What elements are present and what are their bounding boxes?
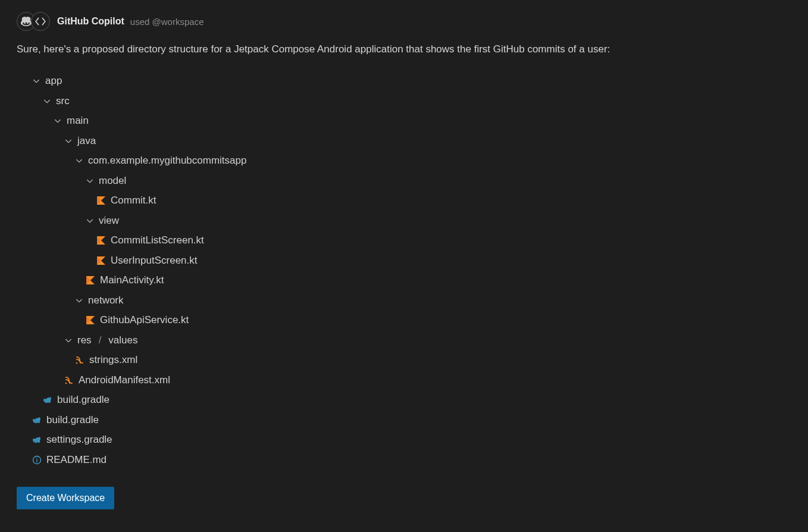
chevron-down-icon — [64, 137, 73, 145]
kotlin-file-icon — [86, 315, 95, 325]
tree-row[interactable]: network — [32, 290, 791, 311]
kotlin-file-icon — [86, 276, 95, 285]
chevron-down-icon — [75, 296, 83, 305]
svg-point-0 — [76, 362, 78, 364]
file-label: README.md — [46, 454, 107, 466]
file-label: MainActivity.kt — [100, 274, 164, 286]
xml-file-icon — [64, 375, 74, 385]
tree-row[interactable]: java — [32, 131, 791, 151]
chevron-down-icon — [54, 117, 62, 125]
chat-header: GitHub Copilot used @workspace — [17, 12, 791, 31]
folder-label: main — [67, 115, 89, 127]
path-separator: / — [99, 334, 102, 346]
tree-row[interactable]: src — [32, 91, 791, 111]
file-label: CommitListScreen.kt — [111, 234, 204, 246]
chevron-down-icon — [86, 177, 94, 185]
tree-row[interactable]: model — [32, 171, 791, 191]
tree-row[interactable]: app — [32, 71, 791, 92]
tree-row[interactable]: README.md — [32, 450, 791, 470]
tree-row[interactable]: res/values — [32, 330, 791, 351]
folder-label: app — [45, 75, 62, 87]
folder-label: network — [88, 295, 124, 306]
tree-row[interactable]: view — [32, 211, 791, 231]
svg-point-4 — [36, 458, 37, 459]
gradle-file-icon — [32, 435, 42, 445]
chevron-down-icon — [43, 97, 51, 105]
file-label: build.gradle — [46, 414, 99, 426]
tree-row[interactable]: UserInputScreen.kt — [32, 251, 791, 271]
tree-row[interactable]: strings.xml — [32, 351, 791, 371]
file-label: Commit.kt — [111, 195, 156, 206]
create-workspace-button[interactable]: Create Workspace — [17, 487, 114, 509]
chevron-down-icon — [86, 217, 94, 225]
tree-row[interactable]: MainActivity.kt — [32, 271, 791, 291]
tree-row[interactable]: com.example.mygithubcommitsapp — [32, 151, 791, 171]
tree-row[interactable]: CommitListScreen.kt — [32, 231, 791, 251]
chevron-down-icon — [32, 77, 40, 85]
xml-file-icon — [75, 355, 84, 365]
file-label: GithubApiService.kt — [100, 314, 189, 326]
folder-label: com.example.mygithubcommitsapp — [88, 155, 246, 167]
gradle-file-icon — [43, 395, 52, 405]
folder-label: res — [77, 334, 92, 346]
kotlin-file-icon — [96, 256, 106, 265]
tree-row[interactable]: build.gradle — [32, 390, 791, 411]
kotlin-file-icon — [96, 236, 106, 245]
svg-point-1 — [65, 382, 67, 384]
file-label: AndroidManifest.xml — [79, 374, 170, 386]
header-icon-group — [17, 12, 50, 31]
file-label: UserInputScreen.kt — [111, 255, 198, 267]
code-icon — [31, 12, 50, 31]
folder-label: values — [108, 334, 137, 346]
chevron-down-icon — [64, 336, 73, 345]
intro-text: Sure, here's a proposed directory struct… — [17, 42, 791, 57]
kotlin-file-icon — [96, 196, 106, 205]
tree-row[interactable]: main — [32, 111, 791, 132]
folder-label: src — [56, 95, 70, 107]
tree-row[interactable]: GithubApiService.kt — [32, 311, 791, 331]
file-label: build.gradle — [57, 394, 109, 406]
header-used-label: used @workspace — [130, 17, 204, 27]
tree-row[interactable]: Commit.kt — [32, 191, 791, 211]
file-label: strings.xml — [89, 354, 137, 366]
info-file-icon — [32, 455, 42, 465]
folder-label: view — [99, 215, 119, 227]
tree-row[interactable]: AndroidManifest.xml — [32, 370, 791, 390]
file-label: settings.gradle — [46, 434, 112, 446]
chevron-down-icon — [75, 157, 83, 165]
gradle-file-icon — [32, 415, 42, 425]
tree-row[interactable]: settings.gradle — [32, 430, 791, 450]
directory-tree: appsrcmainjavacom.example.mygithubcommit… — [32, 71, 791, 470]
header-title: GitHub Copilot — [57, 16, 124, 27]
folder-label: model — [99, 175, 126, 187]
folder-label: java — [77, 135, 96, 147]
tree-row[interactable]: build.gradle — [32, 410, 791, 430]
